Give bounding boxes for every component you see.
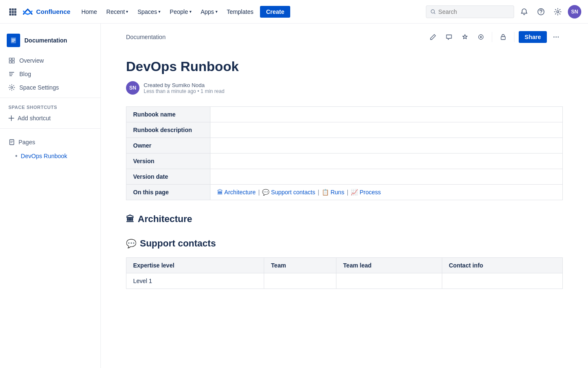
info-table-row: Owner [126, 138, 563, 154]
table-header: Team [264, 258, 336, 273]
row-value [210, 169, 563, 185]
topnav-right: SN [426, 5, 581, 19]
architecture-heading: 🏛 Architecture [126, 214, 563, 225]
support-contacts-icon: 💬 [126, 238, 136, 249]
logo-text: Confluence [36, 8, 71, 15]
sidebar-item-overview[interactable]: Overview [0, 54, 100, 67]
edit-icon [430, 34, 436, 40]
info-table-row: Version [126, 154, 563, 169]
watch-button[interactable] [474, 30, 488, 44]
space-header[interactable]: Documentation [0, 30, 100, 54]
settings-button[interactable] [551, 5, 564, 19]
table-header: Team lead [336, 258, 442, 273]
notifications-button[interactable] [517, 5, 531, 19]
plus-icon [8, 115, 14, 121]
pages-icon [8, 139, 15, 146]
share-button[interactable]: Share [519, 31, 547, 43]
svg-rect-2 [14, 8, 16, 11]
row-value [210, 154, 563, 169]
nav-recent[interactable]: Recent ▾ [102, 6, 132, 18]
toolbar-divider-2 [514, 32, 514, 42]
sidebar-pages-header[interactable]: Pages [0, 135, 100, 149]
table-header: Contact info [442, 258, 562, 273]
row-value [210, 122, 563, 138]
created-by: Created by Sumiko Noda [144, 82, 224, 88]
nav-people[interactable]: People ▾ [165, 6, 196, 18]
sidebar-item-blog[interactable]: Blog [0, 67, 100, 81]
breadcrumb-bar: Documentation [126, 24, 563, 49]
confluence-logo[interactable]: Confluence [22, 6, 71, 18]
sidebar-divider-2 [0, 128, 100, 129]
help-button[interactable] [534, 5, 548, 19]
overview-icon [8, 57, 15, 64]
comment-icon [446, 34, 452, 40]
info-table-row: Runbook name [126, 107, 563, 122]
svg-point-22 [554, 37, 554, 37]
time-info: Less than a minute ago • 1 min read [144, 88, 224, 94]
page-link-process[interactable]: 📈 Process [351, 189, 381, 196]
table-cell [264, 273, 336, 289]
table-cell [442, 273, 562, 289]
svg-point-15 [9, 72, 10, 73]
page-link-architecture[interactable]: 🏛 Architecture [217, 189, 256, 196]
row-label: On this page [126, 185, 210, 200]
separator: | [258, 189, 260, 196]
nav-apps[interactable]: Apps ▾ [197, 6, 222, 18]
svg-point-20 [480, 36, 482, 38]
star-button[interactable] [458, 30, 472, 44]
nav-spaces[interactable]: Spaces ▾ [133, 6, 165, 18]
spaces-chevron: ▾ [158, 9, 160, 14]
svg-point-12 [541, 13, 541, 14]
svg-rect-0 [9, 8, 11, 11]
page-link-runs[interactable]: 📋 Runs [322, 189, 344, 196]
support-table-header-row: Expertise levelTeamTeam leadContact info [126, 258, 563, 273]
settings-icon [8, 84, 15, 91]
sidebar-item-space-settings[interactable]: Space Settings [0, 81, 100, 94]
apps-chevron: ▾ [215, 9, 218, 14]
nav-home[interactable]: Home [77, 6, 101, 18]
architecture-icon: 🏛 [126, 214, 134, 224]
table-row: Level 1 [126, 273, 563, 289]
grid-icon[interactable] [7, 6, 18, 18]
restrict-button[interactable] [496, 30, 510, 44]
shortcuts-section-label: SPACE SHORTCUTS [0, 101, 100, 111]
people-chevron: ▾ [189, 9, 192, 14]
svg-rect-4 [12, 11, 14, 13]
info-table-row: On this page 🏛 Architecture | 💬 Support … [126, 185, 563, 200]
separator: | [318, 189, 319, 196]
nav-links: Home Recent ▾ Spaces ▾ People ▾ Apps ▾ T… [77, 6, 423, 18]
author-avatar: SN [126, 81, 139, 95]
on-this-page-cell: 🏛 Architecture | 💬 Support contacts | 📋 … [217, 189, 556, 196]
nav-templates[interactable]: Templates [223, 6, 258, 18]
edit-button[interactable] [426, 30, 440, 44]
svg-rect-18 [10, 140, 14, 145]
sidebar-divider-1 [0, 98, 100, 98]
info-table: Runbook name Runbook description Owner V… [126, 106, 563, 200]
main-layout: Documentation Overview Blog Space Settin… [0, 24, 588, 368]
svg-point-24 [558, 37, 559, 37]
row-label: Version date [126, 169, 210, 185]
toolbar-divider [492, 32, 492, 42]
svg-rect-8 [14, 13, 16, 16]
lock-icon [500, 34, 507, 40]
space-name: Documentation [24, 37, 67, 44]
sidebar-page-devops-runbook[interactable]: • DevOps Runbook [0, 149, 100, 163]
search-box[interactable] [426, 5, 514, 18]
more-options-button[interactable] [549, 30, 563, 44]
support-contacts-heading: 💬 Support contacts [126, 238, 563, 249]
more-icon [553, 34, 559, 40]
add-shortcut-button[interactable]: Add shortcut [0, 111, 100, 125]
bell-icon [520, 8, 528, 16]
create-button[interactable]: Create [260, 6, 290, 18]
user-avatar[interactable]: SN [568, 5, 581, 19]
row-value [210, 138, 563, 154]
search-input[interactable] [438, 8, 509, 15]
breadcrumb: Documentation [126, 34, 165, 40]
comment-button[interactable] [442, 30, 456, 44]
doc-icon [10, 37, 17, 44]
toolbar-icons: Share [426, 30, 563, 44]
svg-point-23 [556, 37, 556, 37]
page-link-support-contacts[interactable]: 💬 Support contacts [262, 189, 315, 196]
svg-rect-6 [9, 13, 11, 16]
table-header: Expertise level [126, 258, 264, 273]
